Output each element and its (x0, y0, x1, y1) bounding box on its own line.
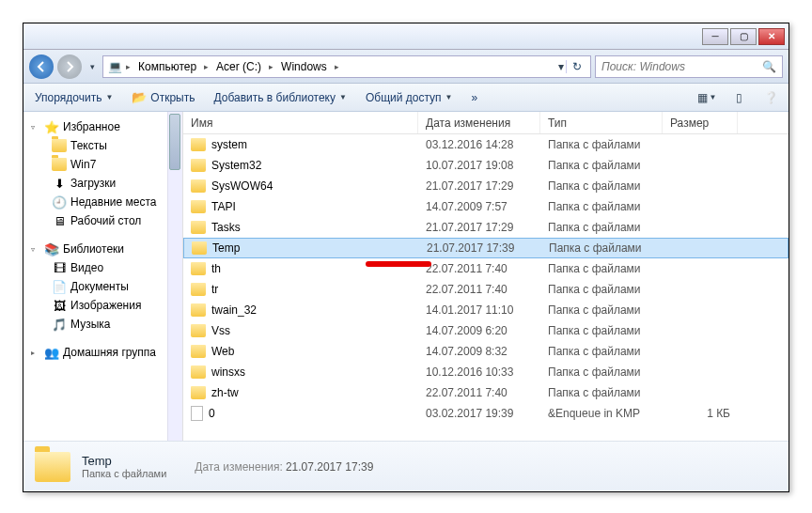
folder-icon (33, 448, 72, 486)
folder-icon (52, 138, 67, 153)
sidebar-item[interactable]: Win7 (31, 155, 179, 174)
file-name: zh-tw (211, 386, 239, 399)
file-row[interactable]: twain_3214.01.2017 11:10Папка с файлами (183, 300, 789, 320)
breadcrumb-item[interactable]: Acer (C:) (212, 60, 265, 73)
details-meta-value: 21.07.2017 17:39 (286, 460, 373, 474)
music-icon: 🎵 (52, 317, 67, 332)
file-row[interactable]: winsxs10.12.2016 10:33Папка с файлами (183, 362, 789, 382)
close-button[interactable]: ✕ (758, 28, 785, 45)
back-button[interactable] (29, 54, 54, 79)
chevron-right-icon[interactable]: ▸ (202, 62, 211, 71)
file-row[interactable]: Temp21.07.2017 17:39Папка с файлами (183, 238, 789, 258)
view-button[interactable]: ▦▼ (696, 87, 717, 108)
window-frame: ─ ▢ ✕ ▾ 💻 ▸ Компьютер ▸ Acer (C:) ▸ Wind… (23, 23, 789, 492)
column-header-name[interactable]: Имя (183, 112, 418, 133)
sidebar-item[interactable]: 🖼Изображения (31, 296, 179, 315)
breadcrumb[interactable]: 💻 ▸ Компьютер ▸ Acer (C:) ▸ Windows ▸ ▾ … (102, 55, 591, 78)
file-row[interactable]: tr22.07.2011 7:40Папка с файлами (183, 279, 789, 300)
help-button[interactable]: ❔ (760, 87, 781, 108)
file-row[interactable]: Vss14.07.2009 6:20Папка с файлами (183, 320, 789, 341)
body-area: ▿ ⭐ Избранное Тексты Win7 ⬇Загрузки 🕘Нед… (23, 112, 789, 441)
file-name: tr (211, 283, 218, 296)
search-box[interactable]: 🔍 (595, 55, 783, 78)
folder-icon (191, 221, 206, 234)
chevron-right-icon[interactable]: ▸ (124, 62, 133, 71)
forward-button[interactable] (57, 54, 82, 79)
chevron-right-icon[interactable]: ▸ (333, 62, 341, 71)
file-date: 21.07.2017 17:29 (418, 221, 540, 234)
sidebar-homegroup[interactable]: ▸ 👥 Домашняя группа (31, 343, 179, 362)
chevron-down-icon: ▼ (339, 93, 347, 101)
folder-icon (192, 241, 207, 255)
share-button[interactable]: Общий доступ ▼ (362, 89, 457, 106)
preview-pane-button[interactable]: ▯ (728, 87, 749, 108)
sidebar-item-label: Загрузки (70, 177, 116, 190)
file-row[interactable]: Tasks21.07.2017 17:29Папка с файлами (183, 217, 789, 238)
file-row[interactable]: zh-tw22.07.2011 7:40Папка с файлами (183, 382, 789, 403)
file-date: 22.07.2011 7:40 (418, 283, 540, 296)
history-dropdown[interactable]: ▾ (86, 62, 99, 71)
sidebar-favorites[interactable]: ▿ ⭐ Избранное (31, 117, 179, 136)
minimize-button[interactable]: ─ (702, 28, 728, 45)
sidebar-item[interactable]: ⬇Загрузки (31, 174, 179, 193)
open-label: Открыть (150, 91, 195, 104)
search-input[interactable] (601, 60, 758, 73)
add-to-library-button[interactable]: Добавить в библиотеку ▼ (210, 89, 350, 106)
open-button[interactable]: 📂 Открыть (128, 88, 198, 107)
file-type: Папка с файлами (540, 283, 663, 296)
file-name: TAPI (211, 200, 236, 213)
folder-icon (191, 200, 206, 213)
sidebar-item[interactable]: Тексты (31, 136, 179, 155)
file-date: 21.07.2017 17:29 (418, 179, 540, 193)
sidebar-item-label: Документы (70, 280, 129, 293)
maximize-button[interactable]: ▢ (730, 28, 757, 45)
folder-icon (191, 386, 206, 399)
file-row[interactable]: SysWOW6421.07.2017 17:29Папка с файлами (183, 176, 789, 196)
file-type: Папка с файлами (540, 345, 663, 358)
breadcrumb-dropdown[interactable]: ▾ (558, 60, 564, 73)
file-name: twain_32 (211, 303, 257, 317)
star-icon: ⭐ (44, 119, 59, 134)
sidebar-item[interactable]: 🕘Недавние места (31, 193, 179, 211)
file-type: Папка с файлами (541, 241, 664, 255)
file-type: Папка с файлами (540, 221, 663, 234)
details-meta-label: Дата изменения: (195, 460, 283, 474)
sidebar-item[interactable]: 📄Документы (31, 277, 179, 296)
sidebar-scrollbar[interactable] (167, 112, 182, 441)
sidebar-libraries[interactable]: ▿ 📚 Библиотеки (31, 240, 179, 258)
organize-button[interactable]: Упорядочить ▼ (31, 89, 117, 106)
file-type: Папка с файлами (540, 200, 663, 213)
file-rows: system03.12.2016 14:28Папка с файламиSys… (183, 134, 789, 441)
file-row[interactable]: system03.12.2016 14:28Папка с файлами (183, 134, 789, 155)
chevron-down-icon: ▼ (105, 93, 113, 101)
sidebar-item[interactable]: 🖥Рабочий стол (31, 211, 179, 230)
breadcrumb-item[interactable]: Компьютер (134, 60, 200, 73)
column-header-type[interactable]: Тип (540, 112, 663, 133)
scrollbar-thumb[interactable] (169, 114, 180, 170)
sidebar-item[interactable]: 🎵Музыка (31, 315, 179, 334)
column-header-date[interactable]: Дата изменения (418, 112, 540, 133)
computer-icon: 💻 (107, 59, 122, 74)
file-date: 14.07.2009 6:20 (418, 324, 540, 337)
breadcrumb-item[interactable]: Windows (277, 60, 331, 73)
column-header-size[interactable]: Размер (663, 112, 738, 133)
file-row[interactable]: 003.02.2017 19:39&Enqueue in KMP1 КБ (183, 403, 789, 424)
chevron-right-icon[interactable]: ▸ (267, 62, 275, 71)
details-name: Temp (82, 454, 166, 468)
toolbar: Упорядочить ▼ 📂 Открыть Добавить в библи… (23, 84, 789, 112)
more-button[interactable]: » (467, 89, 481, 106)
documents-icon: 📄 (52, 279, 67, 294)
sidebar-item-label: Недавние места (70, 195, 156, 209)
refresh-button[interactable]: ↻ (566, 60, 586, 73)
file-date: 22.07.2011 7:40 (418, 386, 540, 399)
sidebar-item[interactable]: 🎞Видео (31, 258, 179, 277)
sidebar-label: Библиотеки (63, 242, 124, 256)
file-type: Папка с файлами (540, 159, 663, 172)
file-row[interactable]: System3210.07.2017 19:08Папка с файлами (183, 155, 789, 176)
file-row[interactable]: th22.07.2011 7:40Папка с файлами (183, 258, 789, 279)
file-date: 14.01.2017 11:10 (418, 303, 540, 317)
file-row[interactable]: TAPI14.07.2009 7:57Папка с файлами (183, 196, 789, 217)
file-row[interactable]: Web14.07.2009 8:32Папка с файлами (183, 341, 789, 362)
folder-icon (191, 365, 206, 379)
homegroup-icon: 👥 (44, 345, 59, 360)
